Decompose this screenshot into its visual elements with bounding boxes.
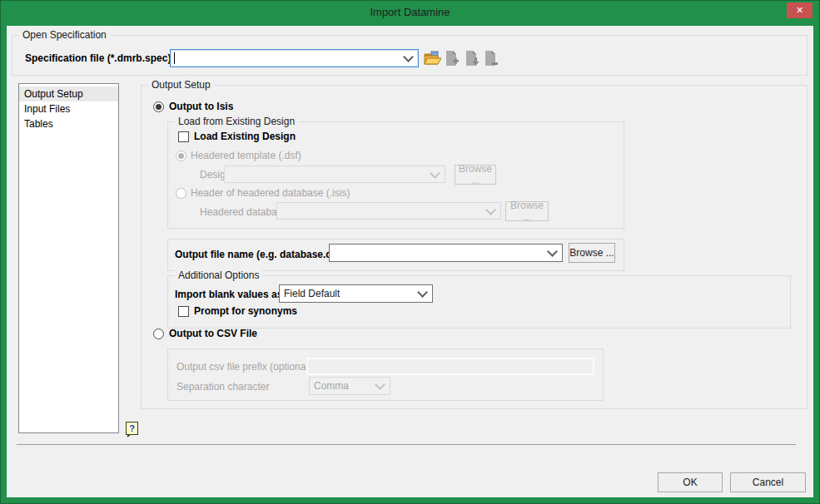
additional-options-group: Additional Options Import blank values a… [167,275,791,329]
radio-header-of-headered-database[interactable] [176,188,186,199]
output-file-box: Output file name (e.g. database.dhd) Bro… [167,239,624,271]
chevron-down-icon [485,205,496,215]
design-browse-button: Browse ... [455,165,496,185]
headered-database-browse-button: Browse ... [505,201,549,221]
pages-listbox[interactable]: Output Setup Input Files Tables [18,83,119,433]
radio-output-to-isis[interactable] [153,101,164,112]
import-blank-values-label: Import blank values as [175,289,282,300]
import-datamine-dialog: Import Datamine ✕ Open Specification Spe… [0,0,820,504]
output-file-label: Output file name (e.g. database.dhd) [175,249,347,260]
prompt-for-synonyms-label: Prompt for synonyms [194,305,297,317]
load-existing-design-checkbox[interactable] [178,131,189,142]
spec-file-label: Specification file (*.dmrb.spec) [25,52,171,64]
separation-character-dropdown: Comma [309,377,390,395]
radio-output-to-csv[interactable] [153,329,164,339]
output-to-csv-label: Output to CSV File [169,328,257,339]
output-file-browse-button[interactable]: Browse ... [569,243,615,263]
chevron-down-icon[interactable] [417,287,428,298]
additional-options-caption: Additional Options [175,269,262,281]
chevron-down-icon[interactable] [403,52,414,62]
chevron-down-icon[interactable] [547,246,558,257]
dialog-body: Open Specification Specification file (*… [7,26,813,497]
ok-button[interactable]: OK [658,472,723,492]
separation-character-value: Comma [314,380,349,392]
output-file-combobox[interactable] [329,244,563,262]
help-icon[interactable]: ? [126,422,138,435]
text-caret [174,52,175,64]
csv-prefix-input [306,358,594,375]
title-bar: Import Datamine ✕ [0,0,820,26]
csv-options-box: Output csv file prefix (optional) Separa… [167,348,604,401]
cancel-button[interactable]: Cancel [730,472,806,492]
save-spec-icon[interactable] [464,50,480,69]
chevron-down-icon [375,379,385,390]
open-specification-caption: Open Specification [19,29,110,41]
footer-divider [17,444,796,445]
output-to-isis-label: Output to Isis [169,101,233,112]
load-from-existing-caption: Load from Existing Design [175,116,298,127]
separation-character-label: Separation character [176,381,269,393]
nav-item-tables[interactable]: Tables [19,116,118,131]
headered-database-label: Headered database [200,206,287,218]
nav-item-output-setup[interactable]: Output Setup [19,86,118,101]
open-spec-folder-icon[interactable] [424,50,442,69]
import-blank-values-value: Field Default [284,288,340,299]
output-setup-group: Output Setup Output to Isis Load from Ex… [141,85,808,409]
delete-spec-icon[interactable] [483,50,499,69]
csv-prefix-label: Output csv file prefix (optional) [176,361,311,373]
dialog-title: Import Datamine [0,0,820,24]
radio-headered-template[interactable] [176,151,186,161]
import-blank-values-dropdown[interactable]: Field Default [279,284,433,303]
headered-database-combobox [276,202,501,220]
load-from-existing-group: Load from Existing Design Load Existing … [167,121,624,229]
design-combobox [224,166,445,183]
spec-file-combobox[interactable] [170,49,419,67]
nav-item-input-files[interactable]: Input Files [19,101,118,116]
output-setup-caption: Output Setup [148,79,214,91]
header-of-headered-database-label: Header of headered database (.isis) [191,187,350,199]
prompt-for-synonyms-checkbox[interactable] [178,306,189,317]
new-spec-icon[interactable] [444,50,460,69]
headered-template-label: Headered template (.dsf) [191,150,301,161]
close-icon[interactable]: ✕ [787,2,813,18]
chevron-down-icon [430,168,440,179]
load-existing-design-label: Load Existing Design [194,131,296,142]
